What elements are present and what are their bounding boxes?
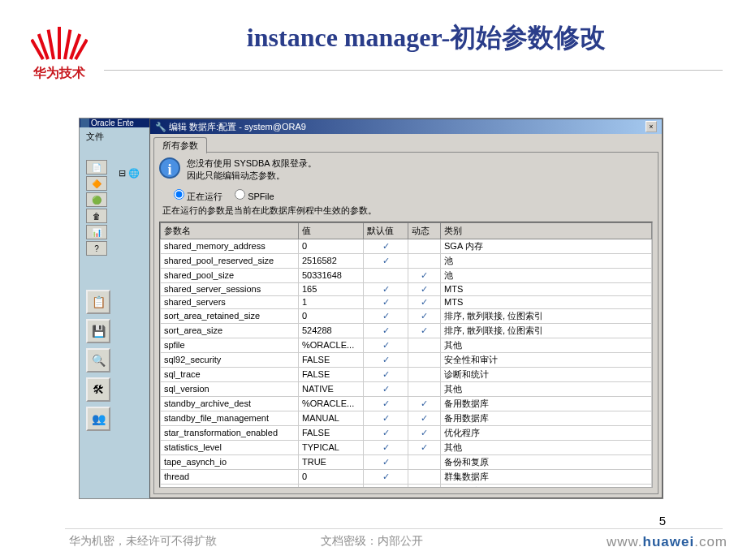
table-row[interactable]: sql_traceFALSE✓诊断和统计 bbox=[161, 367, 652, 381]
info-text: 您没有使用 SYSDBA 权限登录。 因此只能编辑动态参数。 bbox=[187, 157, 317, 183]
side-btn-3[interactable]: 🔍 bbox=[86, 348, 110, 373]
cell-value[interactable]: NATIVE bbox=[299, 381, 364, 396]
table-row[interactable]: shared_server_sessions165✓✓MTS bbox=[161, 282, 652, 295]
col-value[interactable]: 值 bbox=[299, 222, 364, 239]
footer-divider bbox=[65, 528, 723, 529]
table-row[interactable]: timed_os_statistics0✓✓诊断和统计 bbox=[161, 484, 652, 488]
table-row[interactable]: shared_memory_address0✓SGA 内存 bbox=[161, 239, 652, 253]
cell-dynamic bbox=[408, 338, 441, 352]
radio-running[interactable]: 正在运行 bbox=[174, 192, 222, 201]
table-row[interactable]: thread0✓群集数据库 bbox=[161, 469, 652, 484]
col-dynamic[interactable]: 动态 bbox=[408, 222, 441, 239]
table-row[interactable]: shared_pool_reserved_size2516582✓池 bbox=[161, 253, 652, 268]
cell-value[interactable]: FALSE bbox=[299, 425, 364, 440]
cell-value[interactable]: 0 bbox=[299, 469, 364, 484]
cell-category: 排序, 散列联接, 位图索引 bbox=[441, 308, 652, 323]
cell-default: ✓ bbox=[364, 308, 408, 323]
cell-value[interactable]: 524288 bbox=[299, 323, 364, 338]
file-menu[interactable]: 文件 bbox=[80, 127, 149, 146]
cell-name: statistics_level bbox=[161, 440, 299, 454]
cell-dynamic: ✓ bbox=[408, 484, 441, 488]
cell-name: shared_pool_reserved_size bbox=[161, 253, 299, 268]
svg-rect-0 bbox=[58, 27, 61, 59]
cell-name: sort_area_retained_size bbox=[161, 308, 299, 323]
cell-dynamic bbox=[408, 253, 441, 268]
cell-category: 池 bbox=[441, 268, 652, 282]
info-message-block: i 您没有使用 SYSDBA 权限登录。 因此只能编辑动态参数。 bbox=[159, 157, 653, 183]
footer-classification: 文档密级：内部公开 bbox=[321, 534, 423, 549]
dialog-titlebar: 🔧 编辑 数据库:配置 - system@ORA9 × bbox=[150, 119, 662, 134]
cell-value[interactable]: 0 bbox=[299, 239, 364, 253]
table-row[interactable]: tape_asynch_ioTRUE✓备份和复原 bbox=[161, 454, 652, 469]
table-row[interactable]: shared_pool_size50331648✓池 bbox=[161, 268, 652, 282]
toolbar-btn-4[interactable]: 🗑 bbox=[86, 209, 107, 223]
side-btn-4[interactable]: 🛠 bbox=[86, 377, 110, 402]
oem-app-icon bbox=[80, 118, 89, 127]
col-default[interactable]: 默认值 bbox=[364, 222, 408, 239]
col-name[interactable]: 参数名 bbox=[161, 222, 299, 239]
cell-name: shared_pool_size bbox=[161, 268, 299, 282]
param-table-wrap[interactable]: 参数名 值 默认值 动态 类别 shared_memory_address0✓S… bbox=[159, 222, 653, 488]
side-btn-1[interactable]: 📋 bbox=[86, 290, 110, 314]
cell-category: SGA 内存 bbox=[441, 239, 652, 253]
tab-panel: i 您没有使用 SYSDBA 权限登录。 因此只能编辑动态参数。 正在运行 SP… bbox=[153, 152, 658, 494]
close-icon[interactable]: × bbox=[646, 121, 657, 132]
cell-value[interactable]: 50331648 bbox=[299, 268, 364, 282]
cell-name: shared_server_sessions bbox=[161, 282, 299, 295]
toolbar-btn-2[interactable]: 🔶 bbox=[86, 176, 107, 191]
toolbar-btn-3[interactable]: 🟢 bbox=[86, 192, 107, 207]
cell-category: 池 bbox=[441, 253, 652, 268]
oem-window-title: Oracle Ente bbox=[91, 118, 134, 127]
cell-value[interactable]: TRUE bbox=[299, 454, 364, 469]
table-row[interactable]: sort_area_retained_size0✓✓排序, 散列联接, 位图索引 bbox=[161, 308, 652, 323]
cell-value[interactable]: MANUAL bbox=[299, 411, 364, 425]
cell-value[interactable]: %ORACLE... bbox=[299, 338, 364, 352]
table-row[interactable]: sql92_securityFALSE✓安全性和审计 bbox=[161, 352, 652, 367]
cell-category: 诊断和统计 bbox=[441, 484, 652, 488]
col-category[interactable]: 类别 bbox=[441, 222, 652, 239]
cell-value[interactable]: 165 bbox=[299, 282, 364, 295]
tab-all-params[interactable]: 所有参数 bbox=[153, 137, 207, 153]
cell-name: standby_archive_dest bbox=[161, 396, 299, 411]
cell-name: thread bbox=[161, 469, 299, 484]
table-row[interactable]: shared_servers1✓✓MTS bbox=[161, 295, 652, 308]
cell-value[interactable]: 0 bbox=[299, 308, 364, 323]
cell-category: MTS bbox=[441, 282, 652, 295]
table-row[interactable]: spfile%ORACLE...✓其他 bbox=[161, 338, 652, 352]
cell-name: star_transformation_enabled bbox=[161, 425, 299, 440]
oem-toolbar-side: 📋 💾 🔍 🛠 👥 bbox=[86, 290, 114, 436]
cell-value[interactable]: FALSE bbox=[299, 352, 364, 367]
cell-default bbox=[364, 268, 408, 282]
cell-dynamic: ✓ bbox=[408, 396, 441, 411]
side-btn-2[interactable]: 💾 bbox=[86, 319, 110, 343]
svg-rect-3 bbox=[37, 33, 50, 59]
toolbar-btn-5[interactable]: 📊 bbox=[86, 225, 107, 239]
cell-category: 安全性和审计 bbox=[441, 352, 652, 367]
cell-name: sql_trace bbox=[161, 367, 299, 381]
cell-name: standby_file_management bbox=[161, 411, 299, 425]
cell-value[interactable]: 1 bbox=[299, 295, 364, 308]
cell-default: ✓ bbox=[364, 440, 408, 454]
tree-node-icon[interactable]: ⊟ 🌐 bbox=[119, 168, 140, 179]
table-row[interactable]: standby_archive_dest%ORACLE...✓✓备用数据库 bbox=[161, 396, 652, 411]
cell-default: ✓ bbox=[364, 454, 408, 469]
cell-value[interactable]: TYPICAL bbox=[299, 440, 364, 454]
toolbar-btn-6[interactable]: ? bbox=[86, 241, 107, 256]
cell-value[interactable]: FALSE bbox=[299, 367, 364, 381]
cell-name: timed_os_statistics bbox=[161, 484, 299, 488]
side-btn-5[interactable]: 👥 bbox=[86, 407, 110, 431]
edit-db-config-dialog: 🔧 编辑 数据库:配置 - system@ORA9 × 所有参数 i 您没有使用… bbox=[149, 118, 663, 498]
table-row[interactable]: sql_versionNATIVE✓其他 bbox=[161, 381, 652, 396]
cell-value[interactable]: 2516582 bbox=[299, 253, 364, 268]
toolbar-btn-1[interactable]: 📄 bbox=[86, 160, 107, 174]
cell-value[interactable]: 0 bbox=[299, 484, 364, 488]
table-row[interactable]: sort_area_size524288✓✓排序, 散列联接, 位图索引 bbox=[161, 323, 652, 338]
radio-spfile[interactable]: SPFile bbox=[235, 192, 274, 201]
cell-default: ✓ bbox=[364, 323, 408, 338]
table-row[interactable]: statistics_levelTYPICAL✓✓其他 bbox=[161, 440, 652, 454]
table-row[interactable]: star_transformation_enabledFALSE✓✓优化程序 bbox=[161, 425, 652, 440]
cell-value[interactable]: %ORACLE... bbox=[299, 396, 364, 411]
cell-name: shared_servers bbox=[161, 295, 299, 308]
table-row[interactable]: standby_file_managementMANUAL✓✓备用数据库 bbox=[161, 411, 652, 425]
cell-category: 优化程序 bbox=[441, 425, 652, 440]
